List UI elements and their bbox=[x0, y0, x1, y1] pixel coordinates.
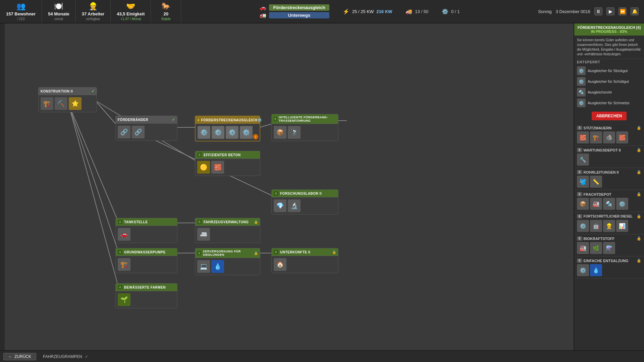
beton-title: EFFIZIENTER BETON bbox=[204, 153, 241, 157]
frachtdepot-item1: 📦 bbox=[577, 198, 589, 210]
unterkuenfte-title: UNTERKÜNFTE II bbox=[280, 250, 310, 254]
intelligente-item1: 📦 bbox=[274, 126, 286, 139]
active-research-panel: FÖRDERSTRECKENAUSGLEICH [4] IN PROGRESS … bbox=[574, 23, 644, 36]
effizienter-beton-header: 3 EFFIZIENTER BETON bbox=[195, 151, 260, 159]
node-unterkuenfte[interactable]: 6 UNTERKÜNFTE II 🔒 🏠 bbox=[271, 248, 338, 273]
months-icon: 🍽️ bbox=[54, 2, 63, 11]
bottom-bar: ← ← ZURÜCK ZURÜCK FAHRZEUGRAMPEN ✓ bbox=[0, 350, 644, 362]
foerderbaender-item1: 🔗 bbox=[118, 126, 130, 138]
biokraftstoff-lock: 🔒 bbox=[637, 236, 641, 241]
fast-forward-button[interactable]: ⏩ bbox=[619, 7, 627, 15]
rp-rohrleitungen: 6 ROHRLEITUNGEN II 🔒 🪣 📏 bbox=[574, 168, 644, 190]
rohrleitungen-lock: 🔒 bbox=[637, 170, 641, 174]
rp-einfache-entsalzung-title: 6 EINFACHE ENTSALZUNG 🔒 bbox=[577, 258, 641, 263]
beton-item2: 🧱 bbox=[211, 161, 224, 174]
truck-section: 🚚 13 / 50 bbox=[406, 8, 428, 15]
unterkuenfte-header: 6 UNTERKÜNFTE II 🔒 bbox=[272, 248, 338, 256]
node-fahrzeugverwaltung[interactable]: 5 FAHRZEUGVERWALTUNG 🔒 🚐 bbox=[195, 218, 260, 243]
residents-stat: 👥 157 Bewohner / 210 bbox=[0, 0, 42, 23]
stuetzmauern-level: 4 bbox=[577, 126, 582, 130]
foerderbaender-header: FÖRDERBÄNDER ✓ bbox=[116, 116, 177, 124]
vehicle-row-1: 🚗 Förderstreckenausgleich bbox=[260, 4, 329, 11]
residents-sub: / 210 bbox=[17, 17, 24, 21]
fahrzeugverwaltung-title: FAHRZEUGVERWALTUNG bbox=[204, 220, 249, 224]
pause-button[interactable]: ⏸ bbox=[594, 7, 602, 15]
unterkuenfte-item1: 🏠 bbox=[274, 258, 286, 271]
rp-einfache-entsalzung: 6 EINFACHE ENTSALZUNG 🔒 ⚙️ 💧 bbox=[574, 256, 644, 279]
abbrechen-button[interactable]: ABBRECHEN bbox=[592, 112, 627, 120]
foerderbaender-check: ✓ bbox=[172, 117, 175, 122]
workers-field: ⚙️ 0 / 1 bbox=[442, 8, 460, 15]
biokraftstoff-name: BIOKRAFTSTOFF bbox=[584, 237, 615, 241]
stuetzmauern-item3: 🪨 bbox=[603, 131, 615, 143]
weather-text: Sonnig bbox=[538, 9, 551, 14]
unterkuenfte-lock: 🔒 bbox=[332, 250, 336, 254]
node-forschungslabor[interactable]: 6 FORSCHUNGSLABOR II 💎 🔬 bbox=[271, 189, 338, 215]
grundwasserpumpe-level: 4 bbox=[118, 250, 122, 254]
foerderbaender-body: 🔗 🔗 bbox=[116, 124, 177, 140]
wartungsdepot-name: WARTUNGSDEPOT II bbox=[584, 148, 621, 152]
back-icon: ← bbox=[8, 354, 12, 359]
unlock-icon-stueckgut: ⚙️ bbox=[577, 66, 586, 75]
wartungsdepot-lock: 🔒 bbox=[637, 148, 641, 152]
residents-icon: 👥 bbox=[16, 2, 25, 11]
node-effizienter-beton[interactable]: 3 EFFIZIENTER BETON 🟡 🧱 bbox=[195, 151, 260, 176]
tankstelle-level: 4 bbox=[118, 220, 122, 224]
main-area: KONSTRUKTION II ✓ 🏗️ ⛏️ ⭐ FÖRDERBÄNDER ✓… bbox=[5, 23, 574, 350]
serversorgung-lock: 🔒 bbox=[254, 251, 258, 255]
back-button[interactable]: ← ← ZURÜCK ZURÜCK bbox=[3, 353, 36, 360]
power-current: 25 / 25 KW bbox=[352, 9, 374, 14]
node-konstruktion[interactable]: KONSTRUKTION II ✓ 🏗️ ⛏️ ⭐ bbox=[38, 87, 97, 112]
node-foerderstreckenausgleich[interactable]: 4 FÖRDERSTRECKENAUSGLEICH ⚙️ ⚙️ ⚙️ ⚙️ ⚙️… bbox=[195, 116, 260, 141]
unlock-icon-schuettgut: ⚙️ bbox=[577, 77, 586, 86]
node-serversorgung[interactable]: 4 SERVERSORGUNG FÜR SIEDLUNGEN 🔒 💻 💧 bbox=[195, 248, 260, 275]
forschungslabor-level: 6 bbox=[274, 191, 278, 196]
einfache-entsalzung-lock: 🔒 bbox=[637, 258, 641, 263]
active-research-title: FÖRDERSTRECKENAUSGLEICH [4] bbox=[577, 25, 641, 29]
fsa-item4: ⚙️ bbox=[240, 126, 253, 139]
sound-button[interactable]: 🔔 bbox=[631, 7, 639, 15]
fortschrittlicher-diesel-item3: 👷 bbox=[603, 220, 615, 232]
unlock-name-schmelze: Ausgleicher für Schmelze bbox=[588, 101, 630, 105]
forschungslabor-title: FORSCHUNGSLABOR II bbox=[280, 192, 322, 195]
research-description: Sie können bereits Güter aufteilen und z… bbox=[574, 36, 644, 59]
date-text: 3 Dezember 0016 bbox=[556, 9, 590, 14]
wartungsdepot-item1: 🔧 bbox=[577, 154, 589, 166]
serversorgung-item1: 💻 bbox=[197, 260, 210, 273]
node-tankstelle[interactable]: 4 TANKSTELLE 🚗 bbox=[115, 218, 177, 243]
node-grundwasserpumpe[interactable]: 4 GRUNDWASSERPUMPE 🏗️ bbox=[115, 248, 177, 273]
einfache-entsalzung-item2: 💧 bbox=[590, 264, 602, 276]
foerderbaender-item2: 🔗 bbox=[132, 126, 145, 138]
bewaesserte-farmen-item1: 🌱 bbox=[118, 293, 130, 306]
node-foerderbaender[interactable]: FÖRDERBÄNDER ✓ 🔗 🔗 bbox=[115, 116, 177, 141]
svg-line-2 bbox=[260, 124, 271, 127]
play-button[interactable]: ▶ bbox=[606, 7, 614, 15]
rp-biokraftstoff: 6 BIOKRAFTSTOFF 🔒 🏭 🌿 ⚗️ bbox=[574, 234, 644, 256]
svg-line-10 bbox=[68, 104, 119, 253]
forschungslabor-item2: 🔬 bbox=[288, 199, 301, 212]
forschungslabor-item1: 💎 bbox=[274, 199, 286, 212]
intelligente-title: INTELLIGENTE FÖRDERBAND-TRASSENFÜHRUNG bbox=[279, 116, 336, 122]
konstruktion-item1: 🏗️ bbox=[41, 97, 53, 110]
vehicle1-badge[interactable]: Förderstreckenausgleich bbox=[269, 4, 329, 11]
workers-sub: verfügbar bbox=[86, 17, 100, 21]
forschungslabor-body: 💎 🔬 bbox=[272, 197, 338, 214]
unity-stat: 🤝 43,5 Einigkeit +1,47 / Monat bbox=[111, 0, 151, 23]
progress-label: IN PROGRESS - 83% bbox=[577, 29, 641, 34]
fsa-item1: ⚙️ bbox=[198, 126, 210, 139]
stuetzmauern-name: STÜTZMAUERN bbox=[584, 126, 612, 130]
fortschrittlicher-diesel-level: 6 bbox=[577, 214, 582, 219]
node-intelligente[interactable]: 5 INTELLIGENTE FÖRDERBAND-TRASSENFÜHRUNG… bbox=[271, 114, 338, 141]
frachtdepot-items: 📦 🏭 🔩 ⚙️ bbox=[577, 198, 641, 210]
trucks-value: 13 / 50 bbox=[415, 9, 428, 14]
vehicle-row-2: 🚛 Unterwegs bbox=[260, 12, 329, 18]
rohrleitungen-item1: 🪣 bbox=[577, 176, 589, 188]
top-bar: 👥 157 Bewohner / 210 🍽️ 54 Monate vorrat… bbox=[0, 0, 644, 23]
wartungsdepot-items: 🔧 bbox=[577, 154, 641, 166]
rp-wartungsdepot-title: 6 WARTUNGSDEPOT II 🔒 bbox=[577, 148, 641, 152]
stuetzmauern-items: 🧱 🏗️ 🪨 🧱 bbox=[577, 131, 641, 143]
node-bewaesserte-farmen[interactable]: 4 BEWÄSSERTE FARMEN 🌱 bbox=[115, 283, 177, 308]
entsperrt-label: ENTSPERRT bbox=[574, 59, 644, 65]
vehicle2-badge[interactable]: Unterwegs bbox=[269, 12, 329, 18]
einfache-entsalzung-level: 6 bbox=[577, 258, 582, 263]
